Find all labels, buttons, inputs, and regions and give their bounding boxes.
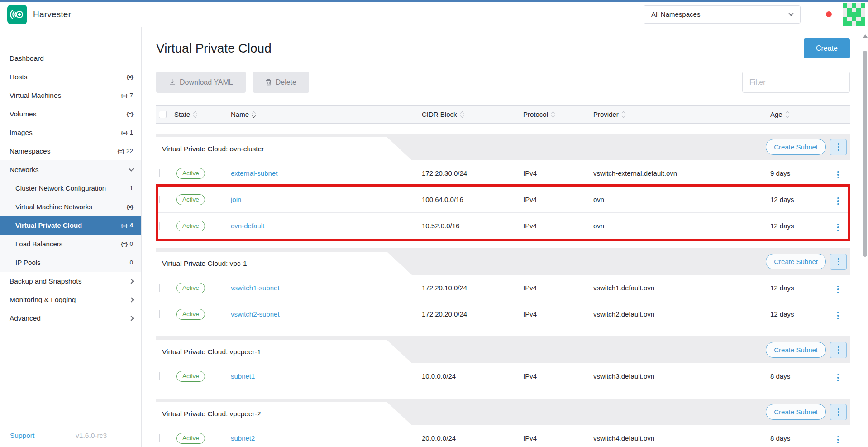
sidebar-item-dashboard[interactable]: Dashboard [0,49,141,67]
vpc-table: State Name CIDR Block Protocol Provider [156,105,850,447]
sidebar-item-namespaces[interactable]: Namespaces{=}22 [0,142,141,160]
subnet-name-link[interactable]: vswitch2-subnet [231,310,280,318]
provider-value: vswitch4.default.ovn [593,434,654,442]
provider-value: vswitch-external.default.ovn [593,169,677,177]
subnet-name-link[interactable]: subnet2 [231,434,255,442]
cidr-value: 10.52.0.0/16 [422,222,459,230]
row-checkbox[interactable] [159,372,160,380]
subnet-name-link[interactable]: ovn-default [231,222,264,230]
create-subnet-button[interactable]: Create Subnet [766,342,826,358]
group-header: Virtual Private Cloud: ovn-clusterCreate… [156,134,850,160]
column-header-cidr[interactable]: CIDR Block [422,111,523,118]
create-button[interactable]: Create [804,38,850,58]
support-link[interactable]: Support [10,432,34,440]
select-all-checkbox[interactable] [159,111,167,118]
sidebar-item-images[interactable]: Images{=}1 [0,123,141,142]
kebab-menu-icon [838,258,839,265]
kebab-menu-icon [838,346,839,354]
sidebar-item-ip-pools[interactable]: IP Pools0 [0,253,141,272]
group-tab: Virtual Private Cloud: vpcpeer-2 [156,402,412,425]
delete-label: Delete [276,78,296,87]
sidebar-item-advanced[interactable]: Advanced [0,309,141,327]
column-header-provider[interactable]: Provider [593,111,770,118]
resource-count-icon: {=} [127,74,133,80]
state-badge: Active [176,433,205,444]
delete-button[interactable]: Delete [253,72,309,93]
sort-icon-active [253,112,255,117]
user-avatar-identicon[interactable] [843,3,865,26]
column-header-protocol[interactable]: Protocol [523,111,593,118]
scrollbar-thumb[interactable] [863,51,867,257]
sidebar-item-cluster-network-configuration[interactable]: Cluster Network Configuration1 [0,179,141,197]
row-menu-button[interactable] [835,310,841,322]
sidebar-item-label: Namespaces [10,147,50,155]
create-subnet-button[interactable]: Create Subnet [766,139,826,155]
protocol-value: IPv4 [523,372,537,380]
namespace-selector[interactable]: All Namespaces [644,5,801,24]
sidebar-item-monitoring-logging[interactable]: Monitoring & Logging [0,290,141,309]
sidebar-item-label: Virtual Machines [10,91,61,100]
sidebar-item-backup-and-snapshots[interactable]: Backup and Snapshots [0,272,141,290]
subnet-name-link[interactable]: external-subnet [231,169,277,177]
subnet-name-link[interactable]: join [231,196,241,203]
row-checkbox[interactable] [159,222,160,230]
row-menu-button[interactable] [835,222,841,233]
sidebar-item-label: Monitoring & Logging [10,296,76,304]
sidebar-item-networks[interactable]: Networks [0,160,141,179]
sidebar-item-count: 0 [129,240,133,247]
sidebar-item-load-balancers[interactable]: Load Balancers{=}0 [0,235,141,253]
group-menu-button[interactable] [830,254,847,270]
table-row-ovn-default: Activeovn-default10.52.0.0/16IPv4ovn12 d… [156,213,850,239]
notification-dot-icon[interactable] [826,11,832,17]
row-checkbox[interactable] [159,284,160,292]
row-checkbox[interactable] [159,310,160,318]
row-checkbox[interactable] [159,196,160,203]
resource-count-icon: {=} [118,149,124,154]
sidebar-item-label: IP Pools [15,259,41,266]
state-badge: Active [176,371,205,382]
table-row-join: Activejoin100.64.0.0/16IPv4ovn12 days [156,187,850,213]
sidebar-item-hosts[interactable]: Hosts{=} [0,67,141,86]
column-header-age[interactable]: Age [770,111,829,118]
vertical-scrollbar[interactable] [862,27,868,447]
sidebar-item-volumes[interactable]: Volumes{=} [0,105,141,123]
sidebar-item-virtual-private-cloud[interactable]: Virtual Private Cloud{=}4 [0,216,141,235]
table-row-vswitch2-subnet: Activevswitch2-subnet172.20.20.0/24IPv4v… [156,301,850,327]
row-menu-button[interactable] [835,372,841,384]
sidebar-item-label: Virtual Private Cloud [15,221,82,229]
filter-input[interactable] [742,72,850,93]
download-yaml-button[interactable]: Download YAML [156,72,246,93]
kebab-menu-icon [837,171,839,179]
group-menu-button[interactable] [830,139,847,155]
row-checkbox[interactable] [159,434,160,442]
sidebar-item-virtual-machines[interactable]: Virtual Machines{=}7 [0,86,141,105]
create-subnet-button[interactable]: Create Subnet [766,254,826,269]
cidr-value: 172.20.30.0/24 [422,169,467,177]
create-subnet-button[interactable]: Create Subnet [766,404,826,420]
scrollbar-up-arrow-icon[interactable] [863,34,868,38]
row-checkbox[interactable] [159,169,160,177]
state-badge: Active [176,221,205,231]
vpc-group: Virtual Private Cloud: vpc-1Create Subne… [156,248,850,327]
age-value: 12 days [770,284,794,292]
group-tab: Virtual Private Cloud: ovn-cluster [156,137,412,160]
row-menu-button[interactable] [835,169,841,181]
harvester-logo-icon[interactable] [7,5,27,24]
subnet-name-link[interactable]: vswitch1-subnet [231,284,280,292]
row-menu-button[interactable] [835,284,841,295]
top-bar: Harvester All Namespaces [0,2,868,27]
subnet-name-link[interactable]: subnet1 [231,372,255,380]
group-menu-button[interactable] [830,404,847,420]
row-menu-button[interactable] [835,196,841,207]
sidebar-item-label: Cluster Network Configuration [15,184,106,192]
kebab-menu-icon [837,436,839,444]
column-header-name[interactable]: Name [231,111,422,118]
sort-icon [461,112,463,117]
row-menu-button[interactable] [835,434,841,446]
state-badge: Active [176,168,205,179]
group-menu-button[interactable] [830,342,847,358]
sidebar-item-virtual-machine-networks[interactable]: Virtual Machine Networks{=} [0,197,141,216]
cidr-value: 10.0.0.0/24 [422,372,456,380]
column-header-state[interactable]: State [174,111,231,118]
sort-icon [622,112,625,117]
